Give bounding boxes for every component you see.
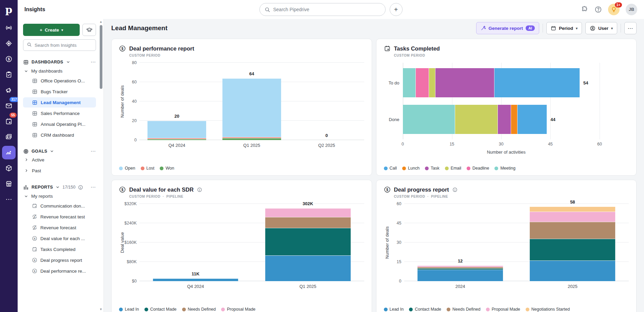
sidebar-search[interactable] [23, 39, 96, 51]
bar-q4-2024[interactable] [153, 204, 238, 281]
global-search[interactable] [259, 3, 386, 16]
legend-item[interactable]: Lead In [119, 307, 139, 312]
my-dashboards-group[interactable]: My dashboards [23, 65, 96, 75]
rail-item-contacts[interactable] [2, 130, 16, 144]
legend-item[interactable]: Negotiations Started [526, 307, 570, 312]
legend-item[interactable]: Contact Made [409, 307, 441, 312]
scroll-down-icon[interactable]: ▼ [99, 307, 102, 311]
rail-item-products[interactable] [2, 161, 16, 175]
generate-report-button[interactable]: Generate report AI [476, 22, 539, 34]
bar-q4-2024[interactable] [148, 63, 206, 140]
segment-negotiations-started[interactable] [530, 207, 616, 212]
dashboard-item-sales-performance[interactable]: Sales Performance [23, 108, 96, 118]
legend-item[interactable]: Open [119, 166, 135, 171]
my-reports-group[interactable]: My reports [23, 190, 96, 200]
dashboards-more-button[interactable]: ⋯ [91, 59, 96, 65]
legend-item[interactable]: Lost [141, 166, 155, 171]
legend-item[interactable]: Contact Made [144, 307, 177, 312]
rail-item-leads[interactable] [2, 21, 16, 35]
dashboard-item-office-operations-o-[interactable]: Office Operations O... [23, 76, 96, 86]
segment-open[interactable] [222, 78, 281, 137]
create-button[interactable]: + Create ▾ [23, 24, 80, 36]
rail-item-mail[interactable]: 317 [2, 99, 16, 113]
bar-2025[interactable] [530, 204, 616, 281]
legend-item[interactable]: Deadline [467, 166, 489, 171]
chart-plot-area[interactable]: 1258 [404, 204, 629, 281]
report-item-deal-progress-report[interactable]: $Deal progress report [23, 255, 96, 265]
chart-plot-area[interactable]: 20640 [139, 63, 364, 140]
dashboard-item-lead-management[interactable]: Lead Management [23, 97, 96, 108]
integrations-puzzle-icon[interactable] [581, 6, 588, 13]
rail-item-activities[interactable] [2, 68, 16, 81]
pipedrive-logo[interactable]: p [5, 0, 13, 19]
report-item-deal-performance-re-[interactable]: $Deal performance re... [23, 266, 96, 276]
sidebar-search-input[interactable] [35, 43, 85, 48]
bar-done[interactable] [403, 105, 600, 134]
legend-item[interactable]: Meeting [494, 166, 515, 171]
info-icon[interactable] [197, 187, 202, 192]
rail-item-campaigns[interactable] [2, 83, 16, 97]
segment-call[interactable] [518, 105, 547, 134]
segment-lead-in[interactable] [265, 255, 351, 281]
goal-item-active[interactable]: Active [23, 154, 96, 165]
segment-needs-defined[interactable] [530, 222, 616, 238]
segment-lead-in[interactable] [417, 270, 503, 281]
whats-new-bulb-icon[interactable]: 1+ [608, 4, 620, 15]
segment-lunch[interactable] [511, 105, 518, 134]
segment-deadline[interactable] [416, 68, 429, 97]
report-item-communication-don-[interactable]: Communication don... [23, 201, 96, 211]
rail-item-marketplace[interactable] [2, 177, 16, 191]
report-item-tasks-completed[interactable]: Tasks Completed [23, 244, 96, 254]
legend-item[interactable]: Email [445, 166, 461, 171]
legend-item[interactable]: Needs Defined [447, 307, 481, 312]
dashboards-section-header[interactable]: DASHBOARDS ⋯ [23, 59, 96, 65]
segment-lost[interactable] [148, 138, 206, 139]
segment-open[interactable] [148, 121, 206, 138]
goals-section-header[interactable]: GOALS ⋯ [23, 148, 96, 154]
segment-email[interactable] [455, 105, 498, 134]
reports-more-button[interactable]: ⋯ [91, 184, 96, 190]
reports-section-header[interactable]: REPORTS 17/150 ⋯ [23, 184, 96, 190]
quick-add-button[interactable]: + [390, 3, 403, 16]
segment-contact-made[interactable] [417, 268, 503, 270]
info-icon[interactable] [452, 187, 457, 192]
segment-task[interactable] [435, 68, 494, 97]
goals-more-button[interactable]: ⋯ [91, 148, 96, 154]
segment-task[interactable] [498, 105, 511, 134]
segment-proposal-made[interactable] [417, 266, 503, 267]
goal-item-past[interactable]: Past [23, 165, 96, 176]
scrollbar-thumb[interactable] [100, 25, 102, 89]
chart-plot-area[interactable]: 11K302K [139, 204, 364, 281]
legend-item[interactable]: Task [425, 166, 440, 171]
bar-q2-2025[interactable] [297, 63, 356, 140]
dashboard-more-button[interactable]: ⋯ [624, 22, 637, 34]
user-filter-button[interactable]: User ▾ [585, 22, 617, 34]
legend-item[interactable]: Proposal Made [486, 307, 520, 312]
segment-meeting[interactable] [403, 105, 455, 134]
dashboard-item-annual-operating-pl-[interactable]: Annual Operating Pl... [23, 119, 96, 129]
rail-item-calendar[interactable]: 55 [2, 115, 16, 128]
chart-plot-area[interactable]: 0153045605444 [403, 63, 600, 139]
segment-meeting[interactable] [403, 68, 416, 97]
user-avatar[interactable]: JB [626, 4, 637, 15]
report-item-deal-value-for-each-[interactable]: $Deal value for each ... [23, 233, 96, 243]
segment-needs-defined[interactable] [417, 267, 503, 268]
scroll-up-icon[interactable]: ▲ [99, 20, 102, 24]
legend-item[interactable]: Needs Defined [182, 307, 216, 312]
legend-item[interactable]: Call [384, 166, 397, 171]
rail-item-deals[interactable]: $ [2, 52, 16, 66]
bar-q1-2025[interactable] [265, 204, 351, 281]
legend-item[interactable]: Lead In [384, 307, 404, 312]
legend-item[interactable]: Lunch [402, 166, 419, 171]
segment-call[interactable] [494, 68, 580, 97]
rail-item-insights[interactable] [2, 146, 16, 159]
dashboard-item-crm-dashboard[interactable]: CRM dashboard [23, 130, 96, 140]
legend-item[interactable]: Won [160, 166, 174, 171]
segment-lead-in[interactable] [530, 260, 616, 281]
segment-contact-made[interactable] [265, 228, 351, 255]
segment-proposal-made[interactable] [530, 212, 616, 222]
bar-2024[interactable] [417, 204, 503, 281]
segment-lost[interactable] [222, 137, 281, 138]
dashboard-item-bugs-tracker[interactable]: Bugs Tracker [23, 86, 96, 97]
bar-to-do[interactable] [403, 68, 600, 97]
